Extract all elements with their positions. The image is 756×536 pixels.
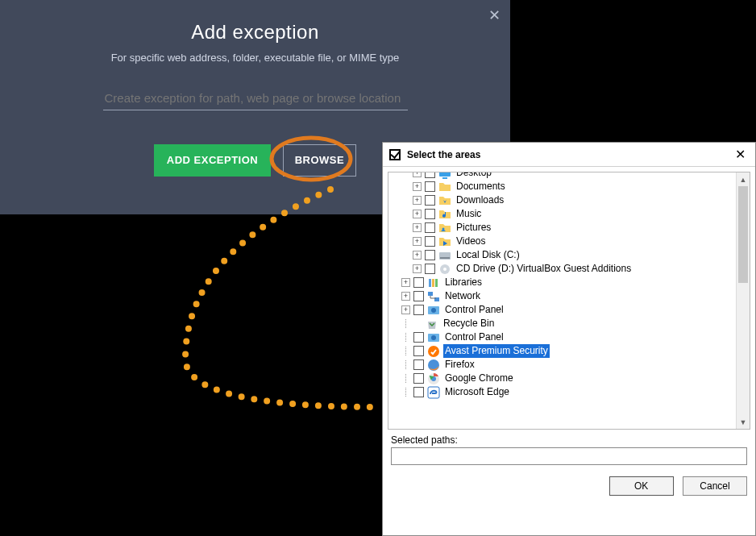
svg-rect-1 <box>439 172 451 177</box>
tree-item-cpanel[interactable]: +Control Panel <box>401 303 735 317</box>
close-icon[interactable]: ✕ <box>488 6 501 24</box>
tree-item-label: Control Panel <box>443 330 505 344</box>
add-exception-button[interactable]: ADD EXCEPTION <box>154 144 271 177</box>
dialog-close-icon[interactable]: ✕ <box>732 147 749 162</box>
tree-item-firefox[interactable]: Firefox <box>401 358 735 372</box>
scroll-down-icon[interactable]: ▼ <box>737 415 750 429</box>
folder-icon <box>438 181 451 193</box>
videos-icon <box>438 235 451 248</box>
tree-item-downloads[interactable]: +Downloads <box>401 193 735 207</box>
tree-item-label: Firefox <box>443 358 476 372</box>
expand-toggle[interactable]: + <box>413 223 422 232</box>
tree-item-music[interactable]: +Music <box>401 207 735 221</box>
pictures-icon <box>438 222 451 235</box>
scroll-up-icon[interactable]: ▲ <box>737 172 750 186</box>
expand-toggle[interactable]: + <box>413 210 422 218</box>
cpanel-icon <box>427 304 440 317</box>
exception-path-input[interactable] <box>103 88 408 110</box>
tree-item-label: Network <box>443 289 482 303</box>
tree-checkbox[interactable] <box>425 222 435 233</box>
expand-toggle[interactable]: + <box>413 264 422 273</box>
tree-connector <box>401 347 410 355</box>
cd-icon <box>438 263 451 276</box>
expand-toggle[interactable]: + <box>413 172 422 177</box>
tree-item-label: Local Disk (C:) <box>455 248 521 262</box>
tree-checkbox[interactable] <box>413 291 424 301</box>
svg-rect-9 <box>432 279 434 287</box>
tree-item-label: Avast Premium Security <box>443 344 550 358</box>
tree-checkbox[interactable] <box>413 359 424 370</box>
expand-toggle[interactable]: + <box>413 196 422 205</box>
recycle-icon <box>426 318 438 330</box>
tree-checkbox[interactable] <box>425 264 435 274</box>
tree-checkbox[interactable] <box>425 209 435 219</box>
tree-item-disk[interactable]: +Local Disk (C:) <box>401 248 735 262</box>
svg-rect-8 <box>429 279 431 287</box>
vertical-scrollbar[interactable]: ▲ ▼ <box>736 172 750 429</box>
expand-toggle[interactable]: + <box>401 292 410 301</box>
tree-connector <box>401 374 410 383</box>
expand-toggle[interactable]: + <box>401 305 410 314</box>
svg-point-17 <box>428 346 439 357</box>
tree-item-recycle[interactable]: Recycle Bin <box>401 317 735 330</box>
tree-item-libraries[interactable]: +Libraries <box>401 276 735 289</box>
svg-rect-5 <box>440 257 450 259</box>
tree-item-pictures[interactable]: +Pictures <box>401 221 735 235</box>
tree-checkbox[interactable] <box>425 172 435 178</box>
tree-connector <box>401 333 410 342</box>
tree-checkbox[interactable] <box>425 195 435 206</box>
tree-checkbox[interactable] <box>425 181 435 192</box>
chrome-icon <box>427 372 440 385</box>
tree-item-avast[interactable]: Avast Premium Security <box>401 344 735 358</box>
expand-toggle[interactable]: + <box>413 251 422 260</box>
cancel-button[interactable]: Cancel <box>683 476 747 496</box>
avast-icon <box>427 345 440 358</box>
tree-item-chrome[interactable]: Google Chrome <box>401 372 735 385</box>
edge-icon <box>427 386 440 399</box>
svg-point-16 <box>431 335 436 340</box>
selected-paths-input[interactable] <box>391 447 747 465</box>
tree-item-edge[interactable]: Microsoft Edge <box>401 385 735 399</box>
tree-item-cd[interactable]: +CD Drive (D:) VirtualBox Guest Addition… <box>401 262 735 276</box>
tree-item-label: Recycle Bin <box>442 317 496 330</box>
tree-checkbox[interactable] <box>413 332 424 343</box>
tree-item-label: Videos <box>455 235 487 248</box>
tree-item-desktop[interactable]: +Desktop <box>401 172 735 180</box>
tree-checkbox[interactable] <box>413 373 424 384</box>
tree-checkbox[interactable] <box>413 346 424 356</box>
tree-item-label: Downloads <box>455 193 505 207</box>
tree-item-label: Microsoft Edge <box>443 385 511 399</box>
firefox-icon <box>427 359 440 372</box>
expand-toggle[interactable]: + <box>401 278 410 287</box>
tree-item-label: Google Chrome <box>443 372 515 385</box>
tree-checkbox[interactable] <box>425 236 435 247</box>
tree-item-label: Music <box>455 207 483 221</box>
tree-item-network[interactable]: +Network <box>401 289 735 303</box>
browse-button[interactable]: BROWSE <box>283 144 357 177</box>
file-tree[interactable]: +Desktop+Documents+Downloads+Music+Pictu… <box>388 172 735 402</box>
scroll-thumb[interactable] <box>738 186 748 283</box>
panel-title: Add exception <box>0 21 510 44</box>
tree-item-label: Pictures <box>455 221 492 235</box>
desktop-icon <box>438 172 451 180</box>
dialog-titlebar: Select the areas ✕ <box>383 143 755 167</box>
tree-item-folder[interactable]: +Documents <box>401 180 735 193</box>
ok-button[interactable]: OK <box>609 476 674 496</box>
tree-connector <box>401 319 410 328</box>
tree-item-videos[interactable]: +Videos <box>401 235 735 248</box>
select-areas-dialog: Select the areas ✕ +Desktop+Documents+Do… <box>382 142 756 536</box>
svg-rect-11 <box>428 292 433 296</box>
tree-checkbox[interactable] <box>425 250 435 260</box>
tree-checkbox[interactable] <box>413 277 424 288</box>
tree-checkbox[interactable] <box>413 305 424 315</box>
tree-connector <box>401 388 410 397</box>
expand-toggle[interactable]: + <box>413 182 422 191</box>
panel-subtitle: For specific web address, folder, execut… <box>0 52 510 64</box>
expand-toggle[interactable]: + <box>413 237 422 246</box>
tree-checkbox[interactable] <box>413 387 424 397</box>
downloads-icon <box>438 194 451 207</box>
disk-icon <box>438 249 451 262</box>
tree-item-label: Control Panel <box>443 303 505 317</box>
svg-point-7 <box>443 268 447 271</box>
tree-item-cpanel[interactable]: Control Panel <box>401 330 735 344</box>
